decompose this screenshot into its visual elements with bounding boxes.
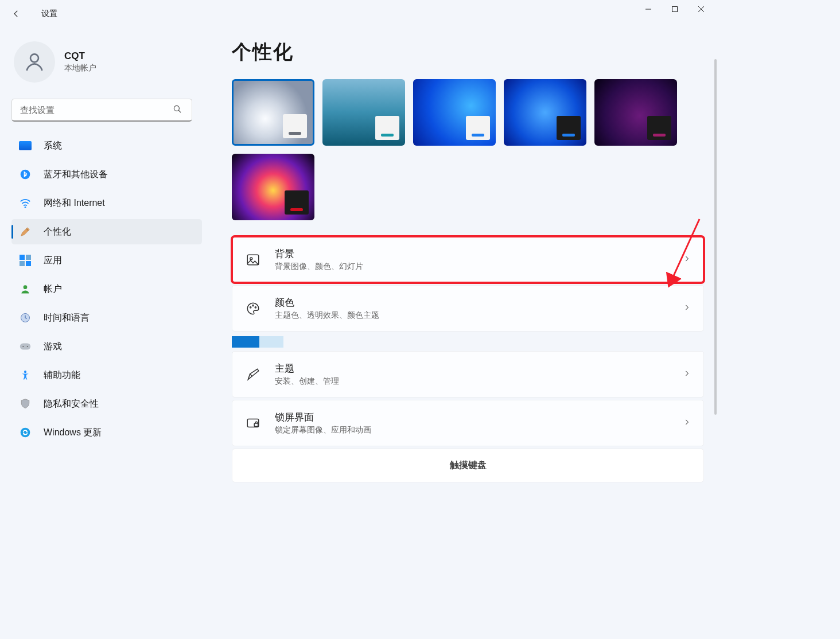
accessibility-icon <box>18 368 32 382</box>
sidebar-item-gaming[interactable]: 游戏 <box>11 334 202 359</box>
gaming-icon <box>18 340 32 353</box>
privacy-icon <box>18 397 32 411</box>
theme-preview-5[interactable] <box>232 154 314 220</box>
card-title: 主题 <box>275 362 339 375</box>
maximize-button[interactable] <box>662 0 688 18</box>
sidebar-item-label: 应用 <box>44 255 62 267</box>
svg-line-6 <box>178 110 181 112</box>
chevron-right-icon <box>683 369 691 380</box>
obscured-region <box>232 336 289 349</box>
svg-rect-1 <box>672 7 678 12</box>
svg-point-5 <box>174 106 179 111</box>
search-box[interactable] <box>11 99 202 122</box>
network-icon <box>18 196 32 210</box>
sidebar-item-apps[interactable]: 应用 <box>11 248 202 273</box>
theme-preview-2[interactable] <box>413 79 496 146</box>
personalization-icon <box>18 225 32 239</box>
chevron-right-icon <box>683 418 691 428</box>
sidebar-item-label: 网络和 Internet <box>44 197 105 209</box>
theme-mini-preview <box>375 116 399 140</box>
svg-point-14 <box>24 371 26 373</box>
svg-point-15 <box>21 428 30 438</box>
sidebar-item-system[interactable]: 系统 <box>11 133 202 158</box>
chevron-right-icon <box>683 303 691 314</box>
back-button[interactable] <box>5 2 28 25</box>
svg-point-19 <box>252 305 254 306</box>
profile-name: CQT <box>64 50 96 62</box>
colors-icon <box>245 301 261 317</box>
svg-point-9 <box>24 285 28 289</box>
theme-mini-preview <box>557 116 581 140</box>
window-title: 设置 <box>41 9 57 19</box>
sidebar-item-label: 帐户 <box>44 283 62 295</box>
search-icon <box>172 104 182 116</box>
sidebar-item-bluetooth[interactable]: 蓝牙和其他设备 <box>11 162 202 187</box>
card-subtitle: 锁定屏幕图像、应用和动画 <box>275 425 371 435</box>
minimize-button[interactable] <box>635 0 662 18</box>
chevron-right-icon <box>683 255 691 265</box>
sidebar-item-personalization[interactable]: 个性化 <box>11 219 202 244</box>
theme-mini-preview <box>285 190 309 215</box>
apps-icon <box>18 254 32 267</box>
sidebar-item-label: 系统 <box>44 140 62 152</box>
settings-card-themes[interactable]: 主题安装、创建、管理 <box>232 351 704 398</box>
svg-point-13 <box>27 346 28 347</box>
svg-point-7 <box>21 170 30 180</box>
sidebar-item-accessibility[interactable]: 辅助功能 <box>11 363 202 388</box>
theme-preview-1[interactable] <box>322 79 405 146</box>
sidebar-item-time[interactable]: 时间和语言 <box>11 305 202 330</box>
svg-point-8 <box>25 206 26 208</box>
profile-block[interactable]: CQT 本地帐户 <box>11 37 202 99</box>
svg-point-4 <box>30 54 38 62</box>
theme-mini-preview <box>283 114 307 138</box>
settings-card-touch-keyboard[interactable]: 触摸键盘 <box>232 449 704 482</box>
sidebar-item-label: 蓝牙和其他设备 <box>44 169 108 181</box>
page-title: 个性化 <box>232 39 704 65</box>
svg-rect-11 <box>20 344 30 350</box>
theme-preview-3[interactable] <box>504 79 586 146</box>
settings-card-lockscreen[interactable]: 锁屏界面锁定屏幕图像、应用和动画 <box>232 400 704 446</box>
card-subtitle: 安装、创建、管理 <box>275 376 339 387</box>
search-input[interactable] <box>11 99 192 122</box>
settings-card-background[interactable]: 背景背景图像、颜色、幻灯片 <box>232 236 704 283</box>
svg-point-20 <box>255 306 256 307</box>
profile-sub: 本地帐户 <box>64 63 96 73</box>
card-title: 背景 <box>275 247 363 260</box>
sidebar-item-network[interactable]: 网络和 Internet <box>11 190 202 216</box>
system-icon <box>18 139 32 153</box>
themes-icon <box>245 367 261 383</box>
background-icon <box>245 252 261 268</box>
svg-point-12 <box>22 346 24 347</box>
sidebar-item-label: Windows 更新 <box>44 427 102 439</box>
accounts-icon <box>18 282 32 296</box>
time-icon <box>18 311 32 325</box>
svg-point-18 <box>250 306 251 307</box>
theme-mini-preview <box>466 116 490 140</box>
sidebar-item-label: 游戏 <box>44 341 62 353</box>
theme-preview-0[interactable] <box>232 79 314 146</box>
sidebar-item-label: 个性化 <box>44 226 71 238</box>
theme-mini-preview <box>647 116 671 140</box>
sidebar-item-update[interactable]: Windows 更新 <box>11 420 202 445</box>
sidebar-item-label: 辅助功能 <box>44 369 80 381</box>
card-subtitle: 主题色、透明效果、颜色主题 <box>275 310 379 321</box>
sidebar-item-label: 隐私和安全性 <box>44 398 99 410</box>
avatar <box>14 41 55 83</box>
close-button[interactable] <box>688 0 714 18</box>
sidebar-item-accounts[interactable]: 帐户 <box>11 276 202 302</box>
bluetooth-icon <box>18 167 32 181</box>
update-icon <box>18 426 32 439</box>
svg-rect-22 <box>254 423 258 426</box>
sidebar-item-label: 时间和语言 <box>44 312 90 324</box>
card-title: 颜色 <box>275 296 379 309</box>
card-subtitle: 背景图像、颜色、幻灯片 <box>275 262 363 272</box>
card-title: 锁屏界面 <box>275 411 371 424</box>
svg-point-17 <box>250 257 252 259</box>
theme-preview-4[interactable] <box>594 79 677 146</box>
sidebar-item-privacy[interactable]: 隐私和安全性 <box>11 391 202 416</box>
scrollbar[interactable] <box>714 59 717 415</box>
settings-card-colors[interactable]: 颜色主题色、透明效果、颜色主题 <box>232 285 704 332</box>
lockscreen-icon <box>245 415 261 431</box>
